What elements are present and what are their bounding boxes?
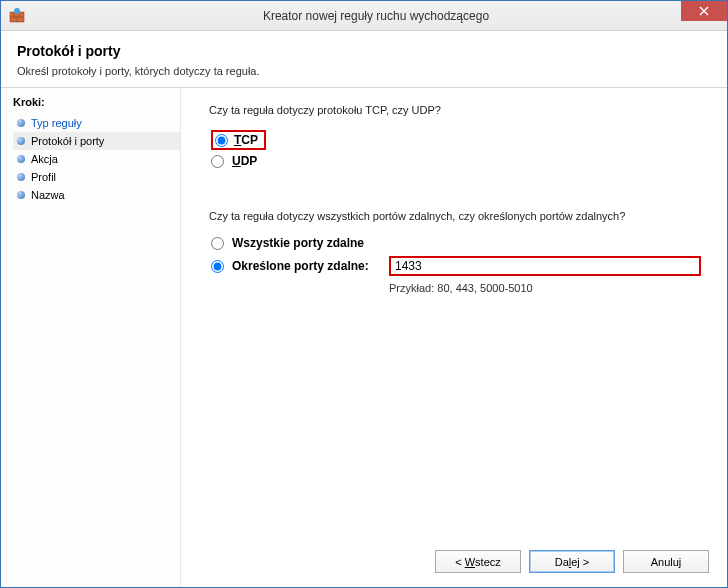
step-label: Akcja [31,153,58,165]
protocol-question: Czy ta reguła dotyczy protokołu TCP, czy… [209,104,701,116]
page-subtitle: Określ protokoły i porty, których dotycz… [17,65,711,77]
next-button[interactable]: Dalej > [529,550,615,573]
ports-all-row: Wszystkie porty zdalne [211,236,701,250]
steps-heading: Kroki: [13,96,180,108]
radio-specific-ports[interactable] [211,260,224,273]
bullet-icon [17,173,25,181]
ports-example: Przykład: 80, 443, 5000-5010 [389,282,701,294]
step-label: Nazwa [31,189,65,201]
radio-all-ports-label: Wszystkie porty zdalne [232,236,364,250]
wizard-header: Protokół i porty Określ protokoły i port… [1,31,727,88]
svg-point-5 [14,8,20,14]
step-protocol-ports[interactable]: Protokół i porty [13,132,180,150]
ports-block: Czy ta reguła dotyczy wszystkich portów … [209,210,701,294]
wizard-buttons: < Wstecz Dalej > Anuluj [435,550,709,573]
wizard-window: Kreator nowej reguły ruchu wychodzącego … [0,0,728,588]
radio-udp[interactable] [211,155,224,168]
bullet-icon [17,119,25,127]
step-action[interactable]: Akcja [13,150,180,168]
step-profile[interactable]: Profil [13,168,180,186]
radio-udp-label: UDP [232,154,257,168]
step-rule-type[interactable]: Typ reguły [13,114,180,132]
firewall-icon [9,8,25,24]
step-label: Protokół i porty [31,135,104,147]
wizard-body: Kroki: Typ reguły Protokół i porty Akcja… [1,88,727,587]
steps-sidebar: Kroki: Typ reguły Protokół i porty Akcja… [1,88,181,587]
bullet-icon [17,155,25,163]
protocol-udp-row: UDP [211,154,701,168]
step-name[interactable]: Nazwa [13,186,180,204]
bullet-icon [17,137,25,145]
close-button[interactable] [681,1,727,21]
cancel-button[interactable]: Anuluj [623,550,709,573]
step-label: Typ reguły [31,117,82,129]
radio-tcp-label: TCP [234,133,258,147]
bullet-icon [17,191,25,199]
wizard-content: Czy ta reguła dotyczy protokołu TCP, czy… [181,88,727,587]
step-label: Profil [31,171,56,183]
ports-question: Czy ta reguła dotyczy wszystkich portów … [209,210,701,222]
titlebar: Kreator nowej reguły ruchu wychodzącego [1,1,727,31]
window-title: Kreator nowej reguły ruchu wychodzącego [25,9,727,23]
close-icon [699,6,709,16]
radio-all-ports[interactable] [211,237,224,250]
specific-ports-input[interactable] [389,256,701,276]
protocol-tcp-row: TCP [211,130,701,150]
radio-specific-ports-label: Określone porty zdalne: [232,259,369,273]
page-title: Protokół i porty [17,43,711,59]
radio-tcp[interactable] [215,134,228,147]
back-button[interactable]: < Wstecz [435,550,521,573]
ports-specific-row: Określone porty zdalne: [211,256,701,276]
